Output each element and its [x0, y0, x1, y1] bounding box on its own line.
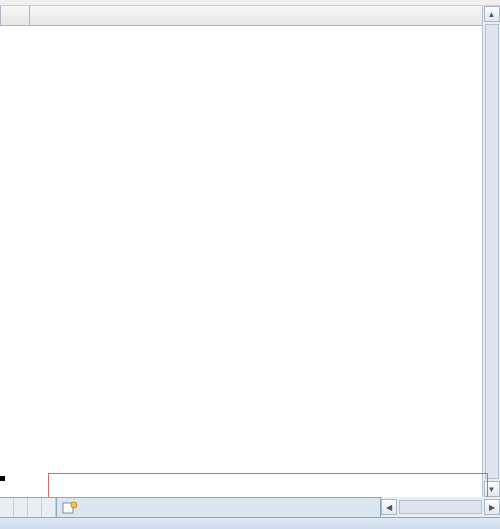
scroll-left-button[interactable]: ◀: [381, 499, 397, 515]
tab-nav-first[interactable]: [0, 498, 14, 517]
svg-point-1: [71, 502, 77, 508]
new-sheet-icon: [62, 501, 78, 515]
status-bar: [0, 517, 500, 529]
horizontal-scrollbar[interactable]: ◀ ▶: [380, 497, 500, 517]
active-cell-outline: [0, 476, 4, 480]
scroll-down-button[interactable]: ▼: [484, 481, 500, 497]
new-sheet-button[interactable]: [59, 498, 81, 517]
tab-nav-prev[interactable]: [14, 498, 28, 517]
hscroll-track[interactable]: [399, 500, 482, 514]
vscroll-track[interactable]: [485, 24, 499, 479]
tab-nav-last[interactable]: [42, 498, 56, 517]
tab-nav-next[interactable]: [28, 498, 42, 517]
scroll-right-button[interactable]: ▶: [484, 499, 500, 515]
scroll-up-button[interactable]: ▲: [484, 6, 500, 22]
vertical-scrollbar[interactable]: ▲ ▼: [482, 6, 500, 497]
select-all-corner[interactable]: [0, 6, 30, 25]
